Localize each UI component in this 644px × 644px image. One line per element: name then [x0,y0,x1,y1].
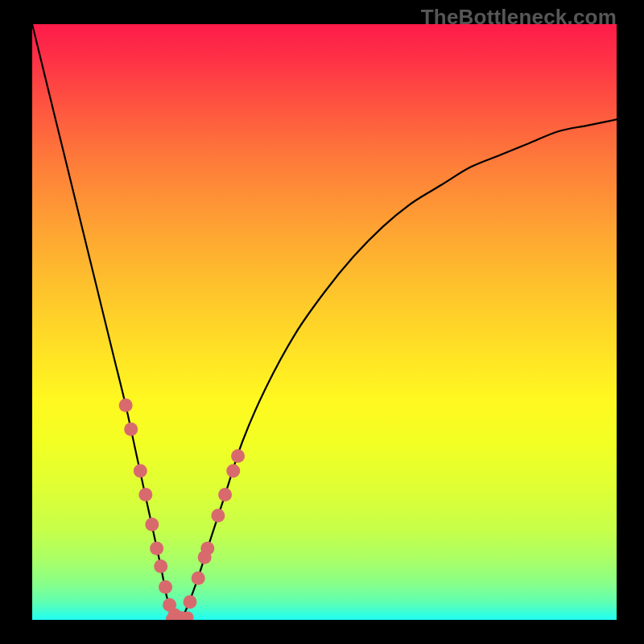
data-point-dot [150,542,163,555]
data-point-dot [119,398,133,412]
data-point-dot [124,423,138,436]
data-point-dot [192,572,205,585]
data-point-dot [218,488,232,502]
data-point-dot [184,595,197,609]
curve-path-group [32,24,617,620]
data-point-dot [154,559,167,573]
data-point-dot [159,580,172,594]
data-point-dot [145,518,159,531]
data-point-dot [226,464,240,478]
dots-left-branch [119,398,189,620]
chart-frame: TheBottleneck.com [0,0,644,644]
bottleneck-curve [32,24,617,620]
data-point-dot [200,542,214,555]
watermark-text: TheBottleneck.com [421,5,617,30]
curve-svg [32,24,617,620]
data-point-dot [231,449,245,463]
data-point-dot [211,509,225,522]
data-point-dot [138,488,152,502]
data-point-dot [134,464,147,478]
plot-area [32,24,617,620]
